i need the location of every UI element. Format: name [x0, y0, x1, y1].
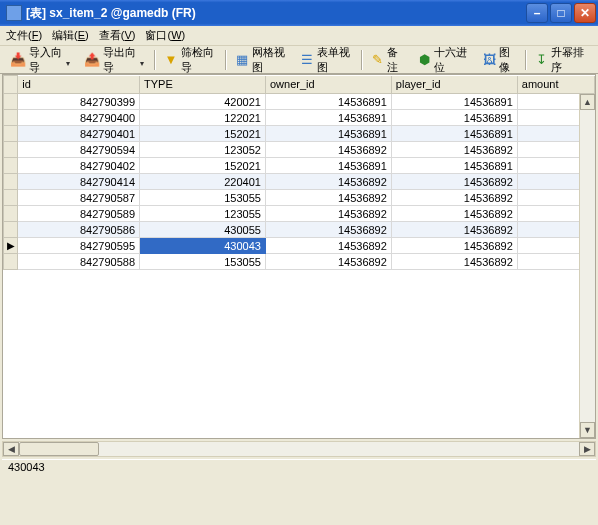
row-indicator[interactable]	[4, 206, 18, 222]
menu-file[interactable]: 文件(F)	[6, 28, 42, 43]
status-text: 430043	[8, 461, 45, 473]
column-header-amount[interactable]: amount	[517, 76, 594, 94]
cell-player[interactable]: 14536892	[391, 190, 517, 206]
column-header-player_id[interactable]: player_id	[391, 76, 517, 94]
row-indicator[interactable]	[4, 110, 18, 126]
minimize-button[interactable]: –	[526, 3, 548, 23]
row-indicator[interactable]	[4, 142, 18, 158]
cell-type[interactable]: 153055	[140, 190, 266, 206]
cell-id[interactable]: 842790399	[18, 94, 140, 110]
cell-id[interactable]: 842790586	[18, 222, 140, 238]
cell-player[interactable]: 14536891	[391, 110, 517, 126]
row-indicator[interactable]	[4, 158, 18, 174]
cell-type[interactable]: 152021	[140, 126, 266, 142]
cell-id[interactable]: 842790587	[18, 190, 140, 206]
cell-id[interactable]: 842790589	[18, 206, 140, 222]
vertical-scrollbar[interactable]: ▲ ▼	[579, 94, 595, 438]
cell-id[interactable]: 842790402	[18, 158, 140, 174]
cell-type[interactable]: 123052	[140, 142, 266, 158]
note-button[interactable]: ✎备注	[365, 43, 411, 77]
status-bar: 430043	[2, 459, 596, 475]
hex-button[interactable]: ⬢十六进位	[412, 43, 477, 77]
scroll-right-arrow[interactable]: ▶	[579, 442, 595, 456]
cell-id[interactable]: 842790414	[18, 174, 140, 190]
toolbar: 📥导入向导 📤导出向导 ▼筛检向导 ▦网格视图 ☰表单视图 ✎备注 ⬢十六进位 …	[0, 46, 598, 74]
cell-type[interactable]: 430055	[140, 222, 266, 238]
sort-asc-icon: ↧	[535, 52, 548, 68]
scroll-left-arrow[interactable]: ◀	[3, 442, 19, 456]
cell-owner[interactable]: 14536892	[265, 190, 391, 206]
menu-edit[interactable]: 编辑(E)	[52, 28, 89, 43]
cell-player[interactable]: 14536892	[391, 174, 517, 190]
row-indicator[interactable]: ▶	[4, 238, 18, 254]
column-header-id[interactable]: id	[18, 76, 140, 94]
cell-type[interactable]: 430043	[140, 238, 266, 254]
grid-view-button[interactable]: ▦网格视图	[229, 43, 294, 77]
cell-owner[interactable]: 14536891	[265, 110, 391, 126]
column-header-owner_id[interactable]: owner_id	[265, 76, 391, 94]
cell-owner[interactable]: 14536892	[265, 206, 391, 222]
cell-owner[interactable]: 14536892	[265, 174, 391, 190]
row-indicator[interactable]	[4, 254, 18, 270]
cell-id[interactable]: 842790401	[18, 126, 140, 142]
separator	[525, 50, 527, 70]
sort-asc-button[interactable]: ↧升幂排序	[529, 43, 594, 77]
cell-id[interactable]: 842790594	[18, 142, 140, 158]
separator	[154, 50, 156, 70]
export-wizard-button[interactable]: 📤导出向导	[78, 43, 152, 77]
row-indicator[interactable]	[4, 174, 18, 190]
cell-owner[interactable]: 14536892	[265, 222, 391, 238]
cell-owner[interactable]: 14536892	[265, 142, 391, 158]
scroll-up-arrow[interactable]: ▲	[580, 94, 595, 110]
row-indicator[interactable]	[4, 126, 18, 142]
filter-wizard-button[interactable]: ▼筛检向导	[158, 43, 223, 77]
cell-owner[interactable]: 14536892	[265, 254, 391, 270]
cell-type[interactable]: 152021	[140, 158, 266, 174]
row-indicator[interactable]	[4, 190, 18, 206]
cell-player[interactable]: 14536891	[391, 94, 517, 110]
chevron-down-icon	[140, 56, 146, 64]
cell-player[interactable]: 14536891	[391, 158, 517, 174]
cell-player[interactable]: 14536892	[391, 142, 517, 158]
cell-type[interactable]: 220401	[140, 174, 266, 190]
hex-icon: ⬢	[418, 52, 431, 68]
data-grid[interactable]: idTYPEowner_idplayer_idamount 8427903994…	[2, 74, 596, 439]
close-button[interactable]: ✕	[574, 3, 596, 23]
import-wizard-button[interactable]: 📥导入向导	[4, 43, 78, 77]
cell-owner[interactable]: 14536891	[265, 158, 391, 174]
row-indicator[interactable]	[4, 222, 18, 238]
cell-player[interactable]: 14536891	[391, 126, 517, 142]
cell-id[interactable]: 842790400	[18, 110, 140, 126]
cell-type[interactable]: 153055	[140, 254, 266, 270]
separator	[225, 50, 227, 70]
cell-owner[interactable]: 14536892	[265, 238, 391, 254]
row-indicator[interactable]	[4, 94, 18, 110]
menu-view[interactable]: 查看(V)	[99, 28, 136, 43]
scroll-thumb[interactable]	[19, 442, 99, 456]
form-view-button[interactable]: ☰表单视图	[294, 43, 359, 77]
image-icon: 🖼	[483, 52, 496, 68]
menu-window[interactable]: 窗口(W)	[145, 28, 185, 43]
cell-type[interactable]: 420021	[140, 94, 266, 110]
scroll-track[interactable]	[19, 442, 579, 456]
form-icon: ☰	[300, 52, 313, 68]
cell-id[interactable]: 842790588	[18, 254, 140, 270]
cell-id[interactable]: 842790595	[18, 238, 140, 254]
cell-owner[interactable]: 14536891	[265, 126, 391, 142]
cell-owner[interactable]: 14536891	[265, 94, 391, 110]
titlebar: [表] sx_item_2 @gamedb (FR) – □ ✕	[0, 0, 598, 26]
cell-player[interactable]: 14536892	[391, 254, 517, 270]
corner-cell	[4, 76, 18, 94]
cell-player[interactable]: 14536892	[391, 238, 517, 254]
chevron-down-icon	[66, 56, 72, 64]
cell-player[interactable]: 14536892	[391, 222, 517, 238]
image-button[interactable]: 🖼图像	[477, 43, 523, 77]
horizontal-scrollbar[interactable]: ◀ ▶	[2, 441, 596, 457]
scroll-down-arrow[interactable]: ▼	[580, 422, 595, 438]
column-header-TYPE[interactable]: TYPE	[140, 76, 266, 94]
cell-type[interactable]: 123055	[140, 206, 266, 222]
cell-type[interactable]: 122021	[140, 110, 266, 126]
window-buttons: – □ ✕	[526, 3, 596, 23]
cell-player[interactable]: 14536892	[391, 206, 517, 222]
maximize-button[interactable]: □	[550, 3, 572, 23]
